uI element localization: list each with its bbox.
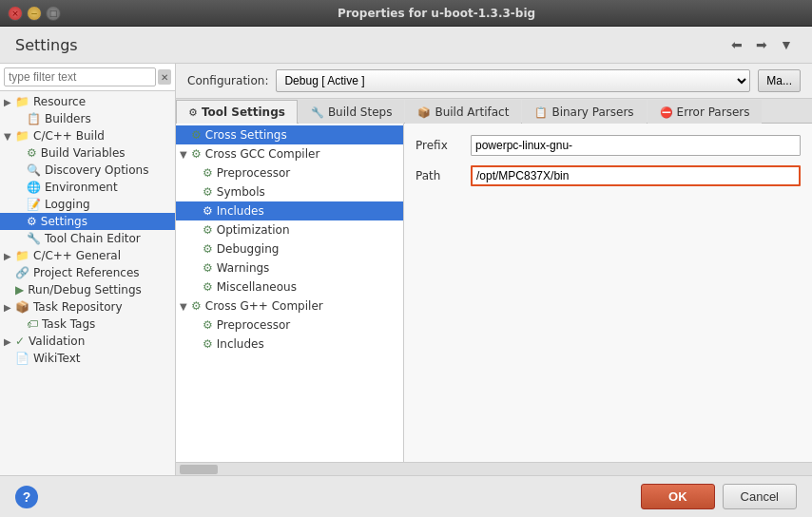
sidebar-item-task-tags[interactable]: 🏷 Task Tags	[0, 316, 175, 333]
inner-item-symbols[interactable]: ⚙ Symbols	[176, 182, 403, 201]
help-button[interactable]: ?	[15, 486, 38, 508]
tab-build-steps[interactable]: 🔧 Build Steps	[299, 100, 405, 124]
builders-icon: 📋	[27, 112, 41, 125]
dialog-title: Settings	[15, 36, 78, 54]
sidebar-item-settings[interactable]: ⚙ Settings	[0, 213, 175, 230]
expand-cross-gcc: ▼	[180, 149, 191, 160]
miscellaneous-icon: ⚙	[203, 280, 213, 294]
symbols-icon: ⚙	[203, 185, 213, 199]
sidebar-tree: ▶ 📁 Resource 📋 Builders ▼ 📁 C/C++ Build	[0, 91, 175, 475]
sidebar-item-resource[interactable]: ▶ 📁 Resource	[0, 93, 175, 110]
config-select-wrap: Debug [ Active ]	[276, 69, 750, 92]
sidebar-item-builders[interactable]: 📋 Builders	[0, 110, 175, 127]
cancel-button[interactable]: Cancel	[723, 484, 797, 509]
inner-item-optimization[interactable]: ⚙ Optimization	[176, 220, 403, 239]
horizontal-scrollbar[interactable]	[176, 462, 812, 475]
dialog-header: Settings ⬅ ➡ ▼	[0, 27, 812, 64]
cross-gcc-icon: ⚙	[191, 147, 202, 161]
run-debug-icon: ▶	[15, 283, 24, 297]
minimize-button[interactable]: −	[27, 6, 42, 21]
close-button[interactable]: ×	[8, 6, 23, 21]
logging-icon: 📝	[27, 198, 41, 211]
forward-button[interactable]: ➡	[751, 34, 772, 55]
tab-error-parsers[interactable]: ⛔ Error Parsers	[648, 100, 763, 124]
title-bar: × − □ Properties for u-boot-1.3.3-big	[0, 0, 812, 27]
inner-item-cross-settings[interactable]: ⚙ Cross Settings	[176, 125, 403, 144]
warnings-icon: ⚙	[203, 261, 213, 275]
sidebar-item-environment[interactable]: 🌐 Environment	[0, 179, 175, 196]
maximize-button[interactable]: □	[46, 6, 61, 21]
inner-tree: ⚙ Cross Settings ▼ ⚙ Cross GCC Compiler …	[176, 124, 404, 462]
h-scroll-thumb[interactable]	[180, 465, 218, 474]
main-dialog: Settings ⬅ ➡ ▼ ✕ ▶ 📁 Resource	[0, 27, 812, 517]
header-actions: ⬅ ➡ ▼	[726, 34, 797, 55]
window-title: Properties for u-boot-1.3.3-big	[68, 7, 804, 20]
validation-icon: ✓	[15, 335, 25, 348]
build-steps-tab-icon: 🔧	[311, 106, 324, 119]
sidebar-item-discovery-options[interactable]: 🔍 Discovery Options	[0, 162, 175, 179]
expand-icon: ▶	[4, 97, 15, 107]
ok-button[interactable]: OK	[641, 484, 715, 509]
path-input[interactable]	[471, 165, 801, 186]
tool-settings-tab-icon: ⚙	[188, 106, 198, 119]
window-controls: × − □	[8, 6, 61, 21]
inner-item-miscellaneous[interactable]: ⚙ Miscellaneous	[176, 278, 403, 297]
sidebar-item-task-repository[interactable]: ▶ 📦 Task Repository	[0, 298, 175, 316]
sidebar-item-run-debug[interactable]: ▶ Run/Debug Settings	[0, 281, 175, 298]
path-label: Path	[416, 169, 463, 182]
includes-icon: ⚙	[203, 204, 213, 218]
filter-clear-button[interactable]: ✕	[158, 69, 171, 85]
wikitext-icon: 📄	[15, 352, 29, 365]
inner-item-warnings[interactable]: ⚙ Warnings	[176, 258, 403, 278]
task-tags-icon: 🏷	[27, 317, 38, 331]
filter-input[interactable]	[4, 67, 156, 86]
sidebar: ✕ ▶ 📁 Resource 📋 Builders ▼ 📁	[0, 64, 176, 475]
cpp-general-icon: 📁	[15, 249, 29, 262]
build-vars-icon: ⚙	[27, 146, 37, 160]
preprocessor2-icon: ⚙	[203, 318, 213, 332]
config-label: Configuration:	[187, 74, 268, 87]
main-content: Configuration: Debug [ Active ] Ma... ⚙ …	[176, 64, 812, 475]
inner-item-includes[interactable]: ⚙ Includes	[176, 201, 403, 220]
config-select[interactable]: Debug [ Active ]	[276, 69, 750, 92]
sidebar-item-logging[interactable]: 📝 Logging	[0, 196, 175, 213]
optimization-icon: ⚙	[203, 223, 213, 237]
env-icon: 🌐	[27, 181, 41, 194]
prefix-field: Prefix	[416, 135, 801, 156]
filter-box: ✕	[0, 64, 175, 91]
settings-icon: ⚙	[27, 215, 37, 228]
inner-item-cross-gcc[interactable]: ▼ ⚙ Cross GCC Compiler	[176, 144, 403, 163]
sidebar-item-project-references[interactable]: 🔗 Project References	[0, 264, 175, 281]
inner-item-debugging[interactable]: ⚙ Debugging	[176, 239, 403, 258]
sidebar-item-validation[interactable]: ▶ ✓ Validation	[0, 333, 175, 350]
inner-item-preprocessor[interactable]: ⚙ Preprocessor	[176, 163, 403, 182]
tabs-bar: ⚙ Tool Settings 🔧 Build Steps 📦 Build Ar…	[176, 99, 812, 124]
settings-panel: Prefix Path	[404, 124, 812, 462]
includes2-icon: ⚙	[203, 337, 213, 351]
prefix-label: Prefix	[416, 139, 463, 152]
dialog-footer: ? OK Cancel	[0, 475, 812, 517]
tab-build-artifact[interactable]: 📦 Build Artifact	[405, 100, 521, 124]
prefix-input[interactable]	[471, 135, 801, 156]
resource-icon: 📁	[15, 95, 29, 108]
tab-binary-parsers[interactable]: 📋 Binary Parsers	[522, 100, 646, 124]
tab-tool-settings[interactable]: ⚙ Tool Settings	[176, 100, 298, 124]
back-button[interactable]: ⬅	[726, 34, 747, 55]
inner-item-preprocessor2[interactable]: ⚙ Preprocessor	[176, 316, 403, 335]
sidebar-item-build-variables[interactable]: ⚙ Build Variables	[0, 144, 175, 162]
manage-button[interactable]: Ma...	[758, 69, 801, 92]
binary-parsers-tab-icon: 📋	[534, 106, 548, 119]
inner-item-cross-gpp[interactable]: ▼ ⚙ Cross G++ Compiler	[176, 297, 403, 316]
build-artifact-tab-icon: 📦	[417, 106, 431, 119]
dialog-body: ✕ ▶ 📁 Resource 📋 Builders ▼ 📁	[0, 64, 812, 475]
sidebar-item-cpp-general[interactable]: ▶ 📁 C/C++ General	[0, 247, 175, 264]
footer-buttons: OK Cancel	[641, 484, 797, 509]
expand-cross-gpp: ▼	[180, 301, 191, 312]
sidebar-item-cpp-build[interactable]: ▼ 📁 C/C++ Build	[0, 127, 175, 144]
inner-item-includes2[interactable]: ⚙ Includes	[176, 335, 403, 354]
sidebar-item-tool-chain-editor[interactable]: 🔧 Tool Chain Editor	[0, 230, 175, 247]
cpp-build-icon: 📁	[15, 129, 29, 143]
dropdown-button[interactable]: ▼	[776, 34, 797, 55]
sidebar-item-wikitext[interactable]: 📄 WikiText	[0, 350, 175, 367]
proj-ref-icon: 🔗	[15, 266, 29, 279]
